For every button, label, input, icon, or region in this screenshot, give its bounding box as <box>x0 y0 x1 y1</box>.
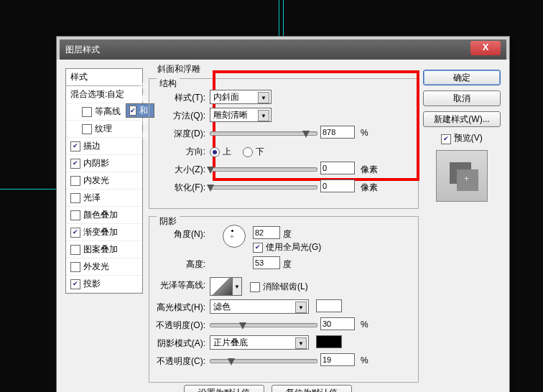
soften-unit: 像素 <box>361 182 378 194</box>
shading-group: 阴影 角度(N): + 82 度 使用全局光(G) 高度: 53 度 光泽等高线… <box>149 216 419 383</box>
titlebar[interactable]: 图层样式 X <box>57 37 509 60</box>
depth-unit: % <box>361 128 368 138</box>
shadow-mode-select[interactable]: 正片叠底▼ <box>210 335 309 350</box>
bevel-title: 斜面和浮雕 <box>154 63 203 75</box>
checkbox-icon[interactable] <box>82 124 92 134</box>
styles-panel: 样式 混合选项:自定 斜面和浮雕 等高线 纹理 描边 内阴影 内发光 光泽 颜色… <box>65 68 143 390</box>
size-unit: 像素 <box>361 164 378 176</box>
cancel-button[interactable]: 取消 <box>423 90 501 106</box>
checkbox-icon[interactable] <box>70 176 80 186</box>
altitude-input[interactable]: 53 <box>253 256 280 269</box>
chevron-down-icon: ▼ <box>295 337 307 349</box>
checkbox-icon[interactable] <box>70 159 80 169</box>
style-label: 样式(T): <box>155 92 205 104</box>
layer-style-dialog: 图层样式 X 样式 混合选项:自定 斜面和浮雕 等高线 纹理 描边 内阴影 内发… <box>56 36 510 392</box>
style-stroke[interactable]: 描边 <box>66 138 142 155</box>
checkbox-icon[interactable] <box>70 193 80 203</box>
new-style-button[interactable]: 新建样式(W)... <box>423 111 501 127</box>
chevron-down-icon: ▼ <box>258 110 269 121</box>
depth-input[interactable]: 878 <box>320 126 355 139</box>
style-inner-glow[interactable]: 内发光 <box>66 172 142 190</box>
antialias-checkbox[interactable] <box>250 282 260 292</box>
style-satin[interactable]: 光泽 <box>66 190 142 207</box>
preview-swatch: + <box>436 150 488 202</box>
checkbox-icon[interactable] <box>70 279 80 289</box>
ok-button[interactable]: 确定 <box>423 70 501 85</box>
style-pattern-overlay[interactable]: 图案叠加 <box>66 241 142 258</box>
highlight-mode-label: 高光模式(H): <box>148 302 205 314</box>
size-input[interactable]: 0 <box>320 162 355 174</box>
altitude-label: 高度: <box>155 258 205 271</box>
direction-down-radio[interactable] <box>243 147 253 157</box>
shadow-opacity-input[interactable]: 19 <box>320 353 355 366</box>
preview-checkbox[interactable] <box>441 134 451 144</box>
style-drop-shadow[interactable]: 投影 <box>66 276 142 293</box>
style-gradient-overlay[interactable]: 渐变叠加 <box>66 224 142 241</box>
style-color-overlay[interactable]: 颜色叠加 <box>66 207 142 224</box>
style-texture[interactable]: 纹理 <box>66 121 142 138</box>
shadow-opacity-label: 不透明度(C): <box>148 355 205 368</box>
checkbox-icon[interactable] <box>70 210 80 220</box>
soften-slider[interactable] <box>210 185 317 190</box>
style-contour[interactable]: 等高线 <box>66 103 142 121</box>
styles-header[interactable]: 样式 <box>66 69 142 86</box>
chevron-down-icon: ▼ <box>295 302 307 313</box>
checkbox-icon[interactable] <box>70 228 80 238</box>
shadow-opacity-slider[interactable] <box>210 359 317 363</box>
global-light-checkbox[interactable] <box>253 243 263 253</box>
direction-label: 方向: <box>155 146 205 158</box>
structure-title: 结构 <box>157 78 180 90</box>
reset-default-button[interactable]: 复位为默认值 <box>272 385 352 392</box>
structure-group: 结构 样式(T): 内斜面▼ 方法(Q): 雕刻清晰▼ 深度(D): 878 % <box>149 78 419 209</box>
action-panel: 确定 取消 新建样式(W)... 预览(V) + <box>423 70 501 202</box>
soften-label: 软化(F): <box>155 182 205 194</box>
chevron-down-icon: ▼ <box>258 92 269 103</box>
depth-label: 深度(D): <box>155 128 205 140</box>
window-title: 图层样式 <box>65 45 100 55</box>
close-icon: X <box>483 42 489 52</box>
highlight-color-swatch[interactable] <box>316 299 342 312</box>
shadow-mode-label: 阴影模式(A): <box>148 337 205 350</box>
highlight-mode-select[interactable]: 滤色▼ <box>210 299 309 314</box>
size-slider[interactable] <box>210 167 317 172</box>
settings-panel: 斜面和浮雕 结构 样式(T): 内斜面▼ 方法(Q): 雕刻清晰▼ 深度(D):… <box>149 68 419 390</box>
checkbox-icon[interactable] <box>70 141 80 151</box>
close-button[interactable]: X <box>470 41 501 55</box>
chevron-down-icon[interactable]: ▼ <box>233 277 242 296</box>
soften-input[interactable]: 0 <box>320 179 355 192</box>
angle-label: 角度(N): <box>155 228 205 241</box>
highlight-opacity-label: 不透明度(O): <box>148 319 205 332</box>
size-label: 大小(Z): <box>155 164 205 176</box>
technique-label: 方法(Q): <box>155 110 205 122</box>
checkbox-icon[interactable] <box>70 262 80 272</box>
blend-options[interactable]: 混合选项:自定 <box>66 86 142 103</box>
angle-input[interactable]: 82 <box>253 226 280 239</box>
gloss-contour-label: 光泽等高线: <box>148 279 205 291</box>
angle-unit: 度 <box>283 228 292 241</box>
set-default-button[interactable]: 设置为默认值 <box>184 385 264 392</box>
style-outer-glow[interactable]: 外发光 <box>66 258 142 276</box>
checkbox-icon[interactable] <box>82 107 92 117</box>
highlight-opacity-input[interactable]: 30 <box>320 317 355 330</box>
style-inner-shadow[interactable]: 内阴影 <box>66 155 142 172</box>
technique-select[interactable]: 雕刻清晰▼ <box>210 108 272 122</box>
highlight-opacity-slider[interactable] <box>210 323 317 327</box>
checkbox-icon[interactable] <box>70 245 80 255</box>
gloss-contour-swatch[interactable] <box>210 277 233 296</box>
depth-slider[interactable] <box>210 131 317 136</box>
style-select[interactable]: 内斜面▼ <box>210 90 272 104</box>
direction-up-radio[interactable] <box>210 147 220 157</box>
shadow-color-swatch[interactable] <box>316 335 342 348</box>
altitude-unit: 度 <box>283 258 292 271</box>
